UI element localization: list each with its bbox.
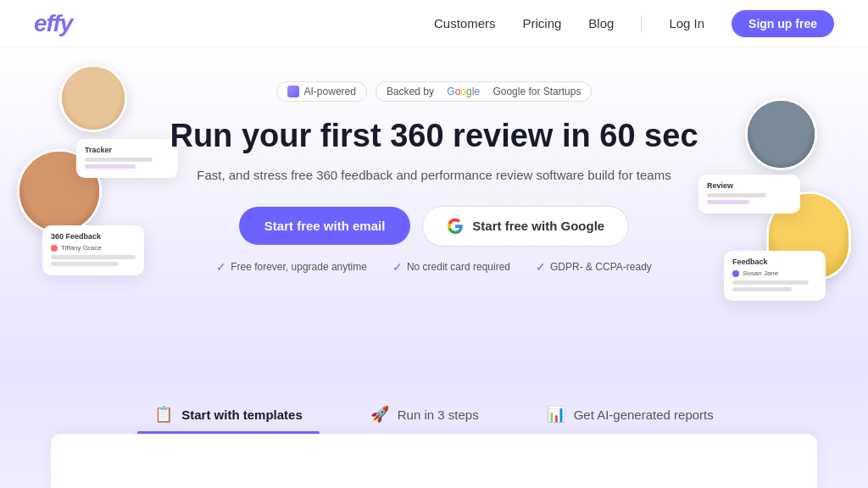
ai-icon xyxy=(287,86,299,97)
reports-icon: 📊 xyxy=(547,405,565,424)
signup-button[interactable]: Sign up free xyxy=(732,10,834,37)
hero-center: AI-powered Backed by Google Google for S… xyxy=(0,81,868,274)
trust-badges: ✓ Free forever, upgrade anytime ✓ No cre… xyxy=(170,260,698,274)
google-icon xyxy=(447,218,464,235)
tabs-row: 📋 Start with templates 🚀 Run in 3 steps … xyxy=(0,395,868,434)
cta-google-button[interactable]: Start free with Google xyxy=(422,206,629,247)
steps-icon: 🚀 xyxy=(370,405,389,424)
hero-title: Run your first 360 review in 60 sec xyxy=(170,117,698,156)
tab-reports[interactable]: 📊 Get AI-generated reports xyxy=(513,395,748,434)
ai-badge: AI-powered xyxy=(276,81,367,102)
templates-icon: 📋 xyxy=(154,405,173,424)
trust-gdpr: ✓ GDPR- & CCPA-ready xyxy=(536,260,652,274)
navbar: effy Customers Pricing Blog Log In Sign … xyxy=(0,0,868,47)
check-icon-1: ✓ xyxy=(216,260,226,274)
tab-content-area xyxy=(51,434,817,488)
hero-subtitle: Fast, and stress free 360 feedback and p… xyxy=(170,168,698,182)
hero-section: Tracker 360 Feedback Tiffany Grace Revie… xyxy=(0,47,868,369)
tab-steps[interactable]: 🚀 Run in 3 steps xyxy=(337,395,513,434)
brand-logo[interactable]: effy xyxy=(34,10,72,37)
google-badge: Backed by Google Google for Startups xyxy=(376,81,593,102)
nav-pricing[interactable]: Pricing xyxy=(522,16,561,30)
login-button[interactable]: Log In xyxy=(669,16,704,30)
nav-links: Customers Pricing Blog Log In Sign up fr… xyxy=(434,10,834,37)
badge-row: AI-powered Backed by Google Google for S… xyxy=(170,81,698,102)
nav-customers[interactable]: Customers xyxy=(434,16,496,30)
check-icon-3: ✓ xyxy=(536,260,546,274)
nav-divider xyxy=(641,15,642,32)
nav-blog[interactable]: Blog xyxy=(588,16,614,30)
cta-buttons: Start free with email Start free with Go… xyxy=(170,206,698,247)
tab-templates[interactable]: 📋 Start with templates xyxy=(120,395,337,434)
trust-no-card: ✓ No credit card required xyxy=(392,260,510,274)
check-icon-2: ✓ xyxy=(392,260,403,274)
trust-free: ✓ Free forever, upgrade anytime xyxy=(216,260,367,274)
cta-email-button[interactable]: Start free with email xyxy=(239,207,411,245)
tabs-section: 📋 Start with templates 🚀 Run in 3 steps … xyxy=(0,369,868,488)
